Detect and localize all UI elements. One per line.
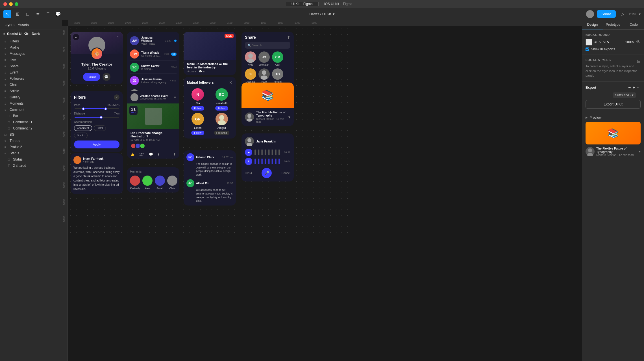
message-item[interactable]: JW Jacques Webster Yeah I know 11:47 bbox=[130, 34, 177, 47]
layer-item-share[interactable]: # Share bbox=[0, 63, 62, 69]
layer-item-comment[interactable]: # Comment bbox=[0, 107, 62, 113]
background-opacity: 100% bbox=[625, 40, 634, 44]
mutual-follow-button[interactable]: Follow bbox=[191, 131, 204, 135]
cursor-tool[interactable]: ↖ bbox=[3, 10, 11, 18]
audio-pause-button[interactable]: ⏸ bbox=[245, 158, 252, 165]
add-style-icon[interactable]: ⊞ bbox=[637, 59, 641, 64]
like-button[interactable]: 👍 bbox=[130, 152, 135, 156]
layer-item-2-shared[interactable]: T 2 shared bbox=[0, 163, 62, 169]
mutual-close-button[interactable]: ✕ bbox=[229, 80, 232, 85]
message-item[interactable]: SC Shawn Carter Is typing... Wed bbox=[130, 61, 177, 74]
show-in-exports-checkbox[interactable] bbox=[586, 47, 589, 51]
prototype-tab[interactable]: Prototype bbox=[603, 20, 623, 29]
canvas-viewport: ← ··· 🎨 Tyler, The Creator 1.2M follower… bbox=[68, 26, 582, 361]
background-color-swatch[interactable] bbox=[586, 39, 592, 46]
layer-item-messages[interactable]: # Messages bbox=[0, 51, 62, 57]
event-title: Did Procreate change illustration? bbox=[130, 131, 176, 138]
layer-item-comment---1[interactable]: □ Comment / 1 bbox=[0, 119, 62, 125]
distance-slider-thumb[interactable] bbox=[100, 116, 103, 119]
layer-item-bg[interactable]: □ BG bbox=[0, 131, 62, 138]
share-search-input[interactable] bbox=[252, 44, 288, 47]
layer-item-filters[interactable]: # Filters bbox=[0, 38, 62, 44]
distance-label: Distance bbox=[74, 112, 85, 115]
cancel-button[interactable]: Cancel bbox=[282, 172, 290, 175]
suffix-more-icon[interactable]: ··· bbox=[637, 92, 641, 98]
back-button[interactable]: ← bbox=[73, 34, 79, 40]
shape-tool[interactable]: □ bbox=[24, 10, 32, 18]
layer-item-followers[interactable]: # Followers bbox=[0, 75, 62, 82]
preview-header[interactable]: ▶ Preview bbox=[586, 116, 641, 120]
play-button[interactable]: ▷ bbox=[619, 10, 626, 18]
filters-close-button[interactable]: ✕ bbox=[114, 94, 119, 100]
message-avatar: JE bbox=[130, 76, 139, 85]
comment-button[interactable]: 💬 bbox=[149, 152, 153, 156]
live-card: LIVE Make up Masterclass w/ the best in … bbox=[184, 32, 236, 75]
layer-item-profile[interactable]: # Profile bbox=[0, 44, 62, 51]
studio-chip[interactable]: Studio bbox=[74, 133, 88, 138]
layer-item-bar[interactable]: □ Bar bbox=[0, 113, 62, 119]
layer-item-comment---2[interactable]: □ Comment / 2 bbox=[0, 125, 62, 131]
layers-tab[interactable]: Layers bbox=[3, 23, 14, 27]
layer-tree-header: # Social UI Kit - Dark bbox=[0, 29, 62, 38]
tab-ios-uikit[interactable]: iOS UI Kit – Figma bbox=[319, 2, 358, 6]
layer-item-live[interactable]: # Live bbox=[0, 57, 62, 63]
price-slider[interactable] bbox=[75, 108, 119, 109]
apply-button[interactable]: Apply bbox=[74, 140, 119, 148]
share-button[interactable]: ⬆ bbox=[173, 152, 176, 156]
zoom-level: 61% bbox=[629, 12, 636, 16]
event-card: Jerome shared event 12 April 2019 at 10:… bbox=[127, 91, 179, 159]
maximize-dot[interactable] bbox=[15, 2, 18, 6]
layer-item-gallery[interactable]: # Gallery bbox=[0, 94, 62, 100]
text-tool[interactable]: T bbox=[44, 10, 52, 18]
more-button[interactable]: ··· bbox=[117, 34, 121, 38]
svg-point-1 bbox=[588, 15, 592, 18]
code-tab[interactable]: Code bbox=[623, 20, 644, 29]
event-subtitle: 12 April 2019 at 10:47 AM bbox=[130, 139, 176, 141]
visibility-icon[interactable]: 👁 bbox=[636, 40, 641, 45]
mic-button[interactable]: 🎤 bbox=[262, 168, 272, 178]
layer-item-chat[interactable]: # Chat bbox=[0, 82, 62, 88]
layer-item-thread[interactable]: # Thread bbox=[0, 138, 62, 144]
suffix-label: Suffix bbox=[615, 93, 623, 97]
design-tab[interactable]: Design bbox=[582, 20, 603, 29]
mutual-following-button[interactable]: Following bbox=[214, 131, 229, 135]
frame-tool[interactable]: ⊞ bbox=[14, 10, 21, 18]
left-panel: Layers Assets # Social UI Kit - Dark # F… bbox=[0, 20, 62, 361]
layer-item-article[interactable]: # Article bbox=[0, 88, 62, 94]
price-slider-thumb-left[interactable] bbox=[82, 107, 85, 110]
mutual-follow-button[interactable]: Follow bbox=[215, 106, 228, 111]
audio-timer: 00:04 bbox=[245, 172, 252, 175]
export-more-icon[interactable]: ··· bbox=[637, 85, 641, 90]
layer-item-moments[interactable]: # Moments bbox=[0, 100, 62, 107]
layer-item-profile-2[interactable]: # Profile 2 bbox=[0, 144, 62, 150]
follow-button[interactable]: Follow bbox=[83, 73, 100, 81]
export-plus-button[interactable]: + bbox=[632, 85, 635, 90]
apartment-chip[interactable]: Apartment bbox=[74, 125, 92, 131]
layer-item-event[interactable]: # Event bbox=[0, 69, 62, 75]
price-slider-thumb-right[interactable] bbox=[104, 107, 107, 110]
close-dot[interactable] bbox=[3, 2, 7, 6]
message-button[interactable]: 💬 bbox=[103, 73, 110, 81]
layer-item-status[interactable]: □ Status bbox=[0, 156, 62, 163]
distance-slider[interactable] bbox=[75, 117, 119, 118]
mutual-follow-button[interactable]: Follow bbox=[191, 106, 204, 111]
profile-actions: Follow 💬 bbox=[74, 73, 119, 81]
minimize-dot[interactable] bbox=[9, 2, 13, 6]
comment-tool[interactable]: 💬 bbox=[54, 10, 62, 18]
tab-uikit[interactable]: Ui Kit – Figma bbox=[286, 2, 319, 6]
audio-play-button[interactable]: ▶ bbox=[245, 149, 252, 156]
export-kit-button[interactable]: Export Ui Kit bbox=[586, 100, 641, 109]
canvas-area[interactable]: -3000 -2900 -2800 -2700 -2600 -2500 -240… bbox=[62, 20, 582, 361]
share-upload-icon[interactable]: ⬆ bbox=[287, 35, 290, 40]
export-minus-button[interactable]: − bbox=[628, 85, 631, 90]
assets-tab[interactable]: Assets bbox=[18, 23, 29, 27]
share-button[interactable]: Share bbox=[597, 10, 616, 18]
hotel-chip[interactable]: Hotel bbox=[94, 125, 106, 131]
pen-tool[interactable]: ✒ bbox=[34, 10, 42, 18]
message-item[interactable]: JE Jasmine Essim Let me call my agency 4… bbox=[130, 74, 177, 87]
audio-waveform bbox=[254, 150, 282, 155]
chat-more-button[interactable]: ··· bbox=[230, 155, 233, 159]
layer-item-status[interactable]: # Status bbox=[0, 150, 62, 156]
message-item[interactable]: TW Tierra Whack So hit me up when you're… bbox=[130, 48, 177, 60]
mutual-avatar: EC bbox=[216, 88, 228, 101]
